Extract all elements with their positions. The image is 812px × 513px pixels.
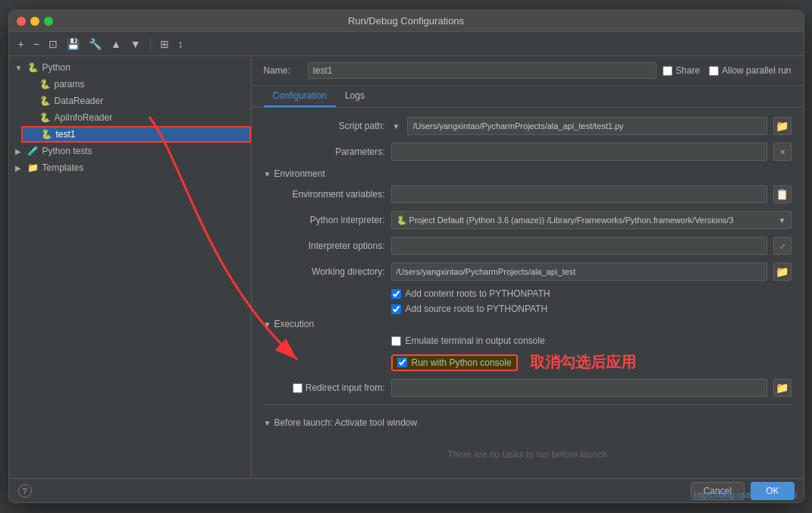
allow-parallel-text: Allow parallel run [722, 65, 791, 76]
copy-button[interactable]: ⊡ [45, 36, 61, 52]
move-up-button[interactable]: ▲ [108, 36, 124, 52]
python-interpreter-select[interactable]: 🐍 Project Default (Python 3.6 (amaze)) /… [391, 211, 792, 229]
script-path-dropdown[interactable]: ▼ [391, 122, 402, 131]
tree-item-params[interactable]: 🐍 params [21, 76, 251, 93]
tree-arrow-python: ▼ [15, 64, 24, 72]
test1-icon: 🐍 [41, 128, 53, 140]
tree-item-python-tests[interactable]: ▶ 🧪 Python tests [9, 143, 251, 159]
before-launch-section: ▼ Before launch: Activate tool window Th… [264, 404, 792, 475]
emulate-terminal-label: Emulate terminal in output console [406, 335, 545, 346]
traffic-lights [17, 17, 53, 26]
redirect-input-checkbox[interactable] [293, 383, 303, 393]
tree-label-params: params [55, 79, 85, 90]
parameters-label: Parameters: [264, 146, 385, 157]
execution-title: Execution [274, 319, 314, 329]
move-down-button[interactable]: ▼ [127, 36, 144, 52]
execution-arrow[interactable]: ▼ [264, 320, 271, 329]
environment-arrow[interactable]: ▼ [264, 170, 271, 178]
before-launch-arrow[interactable]: ▼ [264, 419, 271, 427]
allow-parallel-checkbox[interactable] [709, 66, 719, 76]
tree-arrow-python-tests: ▶ [15, 147, 24, 156]
add-content-roots-row: Add content roots to PYTHONPATH [391, 288, 792, 299]
script-path-browse[interactable]: 📁 [773, 117, 792, 135]
emulate-terminal-row: Emulate terminal in output console [391, 335, 792, 346]
redirect-input-input[interactable] [391, 379, 767, 397]
interpreter-options-input[interactable] [391, 237, 767, 255]
environment-section-header: ▼ Environment [264, 168, 792, 179]
tree-item-python[interactable]: ▼ 🐍 Python [9, 59, 251, 76]
script-path-input[interactable] [407, 117, 767, 135]
sort-alpha-button[interactable]: ↕ [175, 36, 187, 52]
redirect-input-browse[interactable]: 📁 [773, 379, 792, 397]
tree-container: ▼ 🐍 Python 🐍 params 🐍 DataReader [9, 56, 251, 478]
tree-label-python: Python [42, 62, 71, 73]
run-with-console-label[interactable]: Run with Python console [391, 354, 518, 371]
share-checkbox-label[interactable]: Share [663, 65, 700, 76]
name-label: Name: [264, 65, 302, 76]
tree-item-apinforeader[interactable]: 🐍 ApiInfoReader [21, 109, 251, 126]
tree-label-templates: Templates [42, 162, 84, 173]
working-directory-input[interactable] [391, 263, 767, 281]
share-area: Share Allow parallel run [663, 65, 791, 76]
run-with-console-checkbox[interactable] [397, 357, 407, 367]
help-button[interactable]: ? [18, 484, 32, 498]
name-bar: Name: Share Allow parallel run [252, 56, 804, 86]
python-icon: 🐍 [27, 61, 39, 74]
add-source-roots-checkbox[interactable] [391, 304, 401, 314]
before-launch-header: ▼ Before launch: Activate tool window [264, 417, 792, 428]
minimize-button[interactable] [30, 17, 39, 26]
add-content-roots-label: Add content roots to PYTHONPATH [406, 288, 550, 299]
main-content: ▼ 🐍 Python 🐍 params 🐍 DataReader [9, 56, 804, 478]
tab-logs[interactable]: Logs [336, 86, 374, 107]
redirect-input-label: Redirect input from: [264, 382, 385, 393]
add-source-roots-row: Add source roots to PYTHONPATH [391, 304, 792, 314]
working-directory-label: Working directory: [264, 266, 385, 277]
settings-button[interactable]: 🔧 [86, 36, 105, 52]
remove-button[interactable]: − [30, 36, 42, 52]
working-directory-browse[interactable]: 📁 [773, 263, 792, 281]
redirect-input-row: Redirect input from: 📁 [264, 379, 792, 397]
maximize-button[interactable] [44, 17, 53, 26]
parameters-row: Parameters: ✕ [264, 143, 792, 161]
script-path-label: Script path: [264, 121, 385, 131]
tree-item-templates[interactable]: ▶ 📁 Templates [9, 159, 251, 176]
allow-parallel-label[interactable]: Allow parallel run [709, 65, 791, 76]
run-with-console-container: Run with Python console 取消勾选后应用 [391, 352, 792, 373]
add-source-roots-label: Add source roots to PYTHONPATH [406, 304, 548, 314]
share-checkbox[interactable] [663, 66, 672, 76]
name-input[interactable] [308, 62, 657, 79]
interpreter-options-label: Interpreter options: [264, 241, 385, 251]
parameters-browse[interactable]: ✕ [773, 143, 792, 161]
toolbar: + − ⊡ 💾 🔧 ▲ ▼ ⊞ ↕ [9, 32, 804, 56]
parameters-input[interactable] [391, 143, 767, 161]
interpreter-options-expand[interactable]: ⤢ [773, 237, 792, 255]
bottom-left: ? [18, 484, 32, 498]
add-button[interactable]: + [15, 36, 27, 52]
tree-label-python-tests: Python tests [42, 146, 92, 156]
env-variables-input[interactable] [391, 185, 767, 203]
python-interpreter-value: 🐍 Project Default (Python 3.6 (amaze)) /… [397, 216, 734, 225]
apinforeader-icon: 🐍 [39, 112, 52, 124]
close-button[interactable] [17, 17, 26, 26]
tabs: Configuration Logs [252, 86, 804, 108]
before-launch-title: Before launch: Activate tool window [274, 417, 417, 428]
titlebar: Run/Debug Configurations [9, 11, 804, 32]
left-panel: ▼ 🐍 Python 🐍 params 🐍 DataReader [9, 56, 252, 478]
config-content: Script path: ▼ 📁 Parameters: ✕ ▼ Environ… [252, 108, 804, 478]
script-path-row: Script path: ▼ 📁 [264, 117, 792, 135]
interpreter-options-row: Interpreter options: ⤢ [264, 237, 792, 255]
python-interpreter-row: Python interpreter: 🐍 Project Default (P… [264, 211, 792, 229]
save-button[interactable]: 💾 [64, 36, 83, 52]
env-variables-browse[interactable]: 📋 [773, 185, 792, 203]
tab-configuration[interactable]: Configuration [264, 86, 336, 107]
bottom-bar: ? Cancel OK [9, 478, 804, 502]
tree-item-datareader[interactable]: 🐍 DataReader [21, 93, 251, 109]
toolbar-separator [150, 37, 151, 51]
emulate-terminal-checkbox[interactable] [391, 336, 401, 346]
templates-icon: 📁 [27, 162, 39, 174]
tree-item-test1[interactable]: 🐍 test1 [21, 126, 251, 143]
add-content-roots-checkbox[interactable] [391, 289, 401, 299]
sort-button[interactable]: ⊞ [157, 36, 172, 52]
run-with-console-text: Run with Python console [412, 357, 512, 368]
params-icon: 🐍 [39, 78, 52, 90]
